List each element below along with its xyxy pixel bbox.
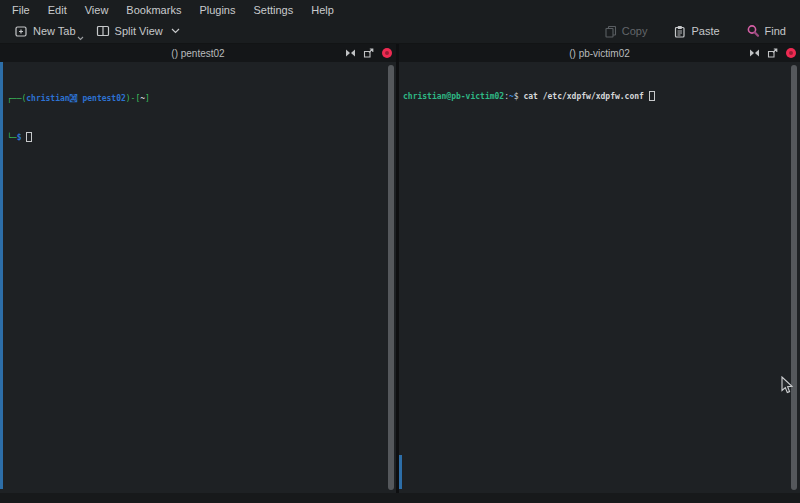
terminal-pentest02[interactable]: ┌──(christian㉉ pentest02)-[~] └─$ — [0, 62, 396, 493]
split-view-button[interactable]: Split View — [90, 21, 186, 41]
left-close-view-button[interactable] — [381, 48, 392, 59]
window-footer — [0, 493, 800, 503]
left-scroll-highlight-bar — [0, 62, 3, 489]
left-terminal-output: ┌──(christian㉉ pentest02)-[~] └─$ — [7, 66, 150, 170]
right-pane-header[interactable]: () pb-victim02 — [399, 44, 800, 62]
menu-bar: File Edit View Bookmarks Plugins Setting… — [0, 0, 800, 19]
menu-file[interactable]: File — [3, 2, 39, 18]
menu-settings[interactable]: Settings — [244, 2, 302, 18]
paste-label: Paste — [691, 25, 719, 37]
konsole-window: File Edit View Bookmarks Plugins Setting… — [0, 0, 800, 503]
menu-bookmarks[interactable]: Bookmarks — [117, 2, 190, 18]
left-pane-header[interactable]: () pentest02 — [0, 44, 396, 62]
left-pane-title: () pentest02 — [0, 48, 396, 59]
new-tab-icon — [14, 24, 28, 38]
terminal-cursor — [649, 91, 655, 101]
right-terminal-scrollbar[interactable] — [791, 65, 797, 490]
paste-button[interactable]: Paste — [667, 22, 725, 41]
menu-help[interactable]: Help — [302, 2, 343, 18]
terminal-line: ┌──(christian㉉ pentest02)-[~] — [7, 92, 150, 105]
right-close-view-button[interactable] — [785, 48, 796, 59]
right-scroll-highlight-bar — [399, 455, 402, 489]
terminal-cursor — [26, 132, 32, 142]
paste-icon — [673, 25, 686, 38]
menu-edit[interactable]: Edit — [39, 2, 76, 18]
left-detach-view-icon[interactable] — [363, 48, 374, 59]
find-label: Find — [765, 25, 786, 37]
right-expand-view-icon[interactable] — [749, 48, 760, 59]
copy-label: Copy — [622, 25, 648, 37]
new-tab-label: New Tab — [33, 25, 76, 37]
left-terminal-scrollbar[interactable] — [388, 65, 394, 490]
menu-plugins[interactable]: Plugins — [190, 2, 244, 18]
terminal-pb-victim02[interactable]: christian@pb-victim02:~$ cat /etc/xdpfw/… — [399, 62, 800, 493]
copy-icon — [604, 25, 617, 38]
menu-view[interactable]: View — [76, 2, 118, 18]
terminal-prompt-line: christian@pb-victim02:~$ cat /etc/xdpfw/… — [403, 90, 655, 103]
right-detach-view-icon[interactable] — [767, 48, 778, 59]
new-tab-dropdown-icon — [77, 36, 84, 41]
tool-bar: New Tab Split View — [0, 19, 800, 44]
right-pane-title: () pb-victim02 — [399, 48, 800, 59]
terminal-prompt-line: └─$ — [7, 131, 150, 144]
right-terminal-output: christian@pb-victim02:~$ cat /etc/xdpfw/… — [403, 64, 655, 129]
copy-button[interactable]: Copy — [598, 22, 654, 41]
find-button[interactable]: Find — [740, 21, 792, 41]
left-expand-view-icon[interactable] — [345, 48, 356, 59]
split-view-label: Split View — [115, 25, 163, 37]
split-view-icon — [96, 24, 110, 38]
new-tab-button[interactable]: New Tab — [8, 21, 82, 41]
find-icon — [746, 24, 760, 38]
split-view-chevron-icon — [171, 28, 180, 34]
